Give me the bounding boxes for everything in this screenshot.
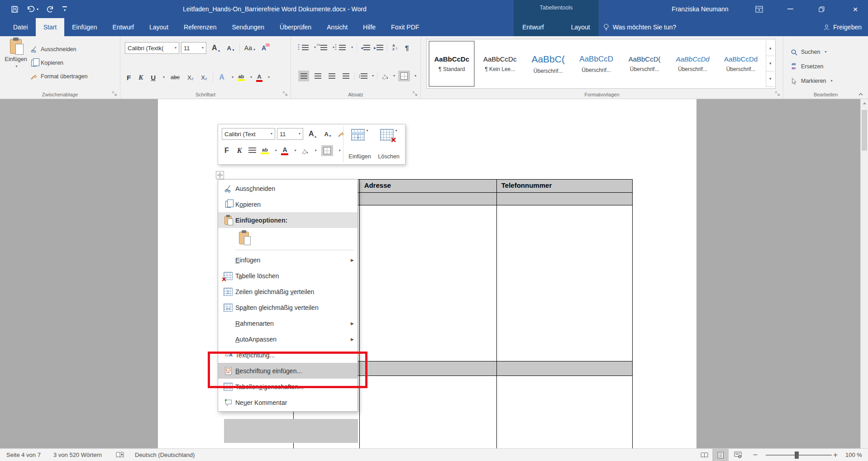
strikethrough-button[interactable]: abe (169, 73, 181, 81)
menu-item-einfuegen[interactable]: Einfügen ▶ (218, 252, 358, 268)
collapse-ribbon-icon[interactable] (858, 92, 863, 96)
menu-item-zeilen-verteilen[interactable]: ↕ Zeilen gleichmäßig verteilen (218, 284, 358, 299)
cut-button[interactable]: Ausschneiden (30, 45, 88, 53)
menu-item-kopieren[interactable]: Kopieren (218, 196, 358, 212)
tab-datei[interactable]: Datei (5, 18, 36, 36)
table-cell[interactable] (497, 205, 632, 361)
menu-item-textrichtung[interactable]: A Textrichtung... (218, 347, 358, 363)
subscript-button[interactable]: X2 (186, 73, 195, 82)
paste-dropdown-icon[interactable]: ▾ (15, 65, 17, 68)
select-button[interactable]: Markieren▾ (790, 77, 833, 85)
styles-scroll-up-icon[interactable]: ▲ (766, 41, 774, 56)
table-cell[interactable] (360, 376, 497, 448)
tab-entwurf[interactable]: Entwurf (105, 18, 142, 36)
align-left-button[interactable] (298, 71, 309, 81)
mini-borders-button[interactable] (321, 145, 333, 156)
scrollbar-thumb[interactable] (862, 110, 867, 151)
proofing-status-icon[interactable] (116, 449, 124, 461)
shrink-font-button[interactable]: A▼ (225, 44, 237, 52)
table-header-telefonnummer[interactable]: Telefonnummer (497, 180, 632, 193)
table-move-handle[interactable] (216, 171, 224, 179)
style-standard[interactable]: AaBbCcDc ¶ Standard (429, 41, 475, 87)
bullet-list-icon[interactable] (301, 43, 309, 52)
clear-formatting-button[interactable]: A (260, 43, 268, 52)
ribbon-display-options-button[interactable] (749, 0, 769, 18)
style-ueberschrift-4[interactable]: AaBbCcDd Überschrif... (669, 41, 715, 87)
redo-button[interactable] (47, 5, 54, 13)
align-center-button[interactable] (312, 71, 323, 81)
scroll-up-icon[interactable] (863, 102, 867, 105)
tab-ansicht[interactable]: Ansicht (319, 18, 355, 36)
style-ueberschrift-1[interactable]: AaBbC( Überschrif... (525, 41, 571, 87)
menu-item-autoanpassen[interactable]: AutoAnpassen ▶ (218, 331, 358, 347)
absatz-dialog-launcher[interactable] (412, 91, 418, 97)
web-layout-button[interactable] (730, 449, 746, 461)
tab-referenzen[interactable]: Referenzen (176, 18, 224, 36)
font-name-select[interactable]: Calibri (Textk(▾ (125, 42, 179, 54)
underline-dropdown-icon[interactable]: ▾ (163, 76, 165, 79)
italic-button[interactable]: K (137, 73, 145, 82)
print-layout-button[interactable] (712, 449, 729, 461)
table-cell[interactable] (497, 193, 632, 205)
mini-shrink-font-button[interactable]: A▼ (323, 130, 334, 138)
table-cell[interactable] (497, 376, 632, 448)
mini-delete-table-button[interactable]: × ▾ Löschen (376, 128, 402, 161)
style-ueberschrift-3[interactable]: AaBbCcD( Überschrif... (621, 41, 668, 87)
menu-item-ausschneiden[interactable]: Ausschneiden (218, 181, 358, 196)
customize-qat-button[interactable]: ▾ (62, 6, 67, 12)
mini-insert-table-button[interactable]: ↓ ▾ Einfügen (347, 128, 373, 161)
menu-item-beschriftung-einfuegen[interactable]: Beschriftung einfügen... (218, 363, 358, 379)
word-count[interactable]: 3 von 520 Wörtern (53, 449, 102, 461)
tab-hilfe[interactable]: Hilfe (355, 18, 383, 36)
mini-justify-icon[interactable] (248, 147, 256, 155)
menu-item-einfuegeoptionen[interactable]: Einfügeoptionen: (218, 212, 358, 228)
mini-format-painter-icon[interactable] (337, 130, 345, 138)
tab-ueberpruefen[interactable]: Überprüfen (272, 18, 319, 36)
zoom-out-button[interactable]: − (753, 449, 758, 461)
replace-button[interactable]: ab ac Ersetzen (790, 62, 823, 71)
style-kein-leerraum[interactable]: AaBbCcDc ¶ Kein Lee... (477, 41, 523, 87)
justify-button[interactable] (340, 71, 351, 81)
mini-bold-button[interactable]: F (223, 146, 231, 156)
sort-icon[interactable]: AZ ↓ (391, 43, 399, 52)
shading-button[interactable] (381, 72, 389, 80)
paste-option-button[interactable] (235, 229, 253, 247)
share-button[interactable]: Freigeben (823, 18, 862, 36)
table-cell[interactable] (360, 205, 497, 361)
mini-italic-button[interactable]: K (235, 146, 244, 156)
tab-tabellentools-layout[interactable]: Layout (563, 24, 598, 31)
numbered-list-icon[interactable] (320, 43, 328, 52)
style-ueberschrift-2[interactable]: AaBbCcD Überschrif... (573, 41, 619, 87)
tab-tabellentools-entwurf[interactable]: Entwurf (515, 24, 551, 31)
formatvorlagen-dialog-launcher[interactable] (775, 91, 781, 97)
mini-highlight-button[interactable]: ab (261, 147, 269, 154)
table-cell[interactable] (360, 193, 497, 205)
save-icon[interactable] (11, 5, 19, 13)
mini-shading-icon[interactable] (300, 147, 309, 155)
tab-layout[interactable]: Layout (142, 18, 176, 36)
mini-grow-font-button[interactable]: A▲ (307, 129, 319, 139)
bold-button[interactable]: F (125, 73, 133, 82)
underline-button[interactable]: U (149, 73, 157, 82)
page-indicator[interactable]: Seite 4 von 7 (6, 449, 41, 461)
tab-start[interactable]: Start (36, 18, 65, 36)
find-button[interactable]: Suchen▾ (790, 48, 826, 56)
font-size-select[interactable]: 11▾ (181, 42, 206, 54)
zwischenablage-dialog-launcher[interactable] (112, 91, 118, 97)
language-indicator[interactable]: Deutsch (Deutschland) (135, 449, 195, 461)
menu-item-tabelleneigenschaften[interactable]: Tabelleneigenschaften... (218, 379, 358, 394)
restore-button[interactable] (811, 0, 831, 18)
undo-dropdown-icon[interactable]: ▾ (37, 7, 38, 11)
zoom-in-button[interactable]: + (833, 449, 838, 461)
table-cell[interactable] (360, 361, 497, 376)
vertical-scrollbar[interactable] (860, 99, 868, 448)
undo-button[interactable]: ▾ (27, 5, 38, 13)
borders-button[interactable] (398, 71, 410, 81)
multilevel-list-icon[interactable] (338, 43, 346, 52)
close-button[interactable]: × (843, 0, 868, 18)
grow-font-button[interactable]: A▲ (210, 43, 223, 53)
mini-font-name-select[interactable]: Calibri (Text▾ (222, 128, 275, 140)
zoom-level[interactable]: 100 % (845, 449, 862, 461)
schriftart-dialog-launcher[interactable] (282, 91, 288, 97)
copy-button[interactable]: Kopieren (30, 59, 88, 67)
